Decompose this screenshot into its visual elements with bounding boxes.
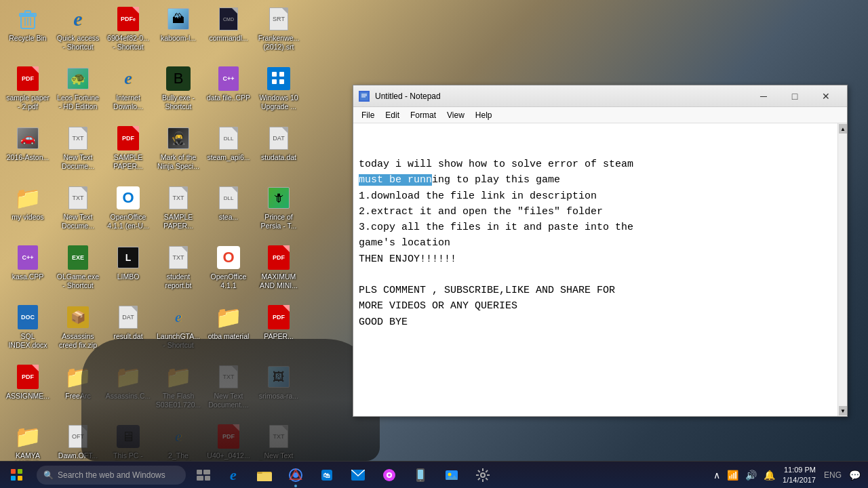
taskbar-search-box[interactable]: 🔍 Search the web and Windows <box>37 466 186 485</box>
taskbar-phone[interactable] <box>406 462 435 489</box>
scroll-up-button[interactable]: ▲ <box>839 124 847 134</box>
language-indicator[interactable]: ENG <box>821 470 844 480</box>
icon-result-dat[interactable]: DAT result.dat <box>103 301 153 361</box>
icon-windows10[interactable]: Windows 10Upgrade ... <box>254 62 304 122</box>
taskbar-apps-area: e 🛍 <box>218 462 706 489</box>
icon-paper-pdf[interactable]: PDF PAPER... <box>254 301 304 361</box>
scroll-track <box>838 134 847 405</box>
tray-volume[interactable]: 🔊 <box>743 468 759 482</box>
icon-2016-aston[interactable]: 🚗 2016-Aston... <box>3 122 53 182</box>
icon-sample-paper3[interactable]: TXT SAMPLEPAPER... <box>153 182 203 241</box>
svg-point-24 <box>388 474 391 476</box>
icon-steam-api6[interactable]: DLL steam_api6... <box>203 122 254 182</box>
icon-the-flash[interactable]: 📁 The FlashS03E01.720... <box>153 361 203 420</box>
svg-rect-13 <box>205 476 210 481</box>
notepad-text: today i will show how to solve error of … <box>359 157 832 330</box>
icon-openoffice411[interactable]: O OpenOffice4.1.1 (en-U... <box>103 182 153 241</box>
svg-rect-16 <box>257 472 262 474</box>
svg-rect-15 <box>257 473 272 481</box>
icon-otba-material[interactable]: 📁 otba material <box>203 301 254 361</box>
taskbar-chrome[interactable] <box>281 462 311 489</box>
menu-file[interactable]: File <box>356 109 380 121</box>
start-button[interactable] <box>0 462 34 489</box>
icon-freearc[interactable]: 📁 FreeArc <box>53 361 103 420</box>
icon-bully[interactable]: B Bully.exe -Shortcut <box>153 62 203 122</box>
icon-limbo[interactable]: L LIMBO <box>103 241 153 301</box>
svg-point-27 <box>420 480 421 481</box>
icon-new-text-doc[interactable]: TXT New TextDocume... <box>53 122 103 182</box>
menu-edit[interactable]: Edit <box>380 109 405 121</box>
icon-openoffice2[interactable]: O OpenOffice4.1.1 <box>203 241 254 301</box>
icon-recycle-bin[interactable]: Recycle Bin <box>3 3 53 62</box>
icon-data-file-cpp[interactable]: C++ data file..CPP <box>203 62 254 122</box>
icon-kaboom[interactable]: 🏔 kaboom-l... <box>153 3 203 62</box>
svg-point-29 <box>448 472 452 476</box>
time-display: 11:09 PM <box>783 465 816 474</box>
icon-my-videos[interactable]: 📁 my videos <box>3 182 53 241</box>
icon-prince-persia[interactable]: 🗡 Prince ofPersia - T... <box>254 182 304 241</box>
icon-maximum[interactable]: PDF MAXIMUMAND MINI... <box>254 241 304 301</box>
icon-commandl[interactable]: CMD commandl... <box>203 3 254 62</box>
svg-rect-2 <box>25 11 31 14</box>
icon-launchgta[interactable]: e LaunchGTA...- Shortcut <box>153 301 203 361</box>
search-placeholder: Search the web and Windows <box>58 470 165 480</box>
taskbar-settings[interactable] <box>468 462 498 489</box>
menu-help[interactable]: Help <box>470 109 498 121</box>
notepad-window: Untitled - Notepad ─ □ ✕ File Edit Forma… <box>353 85 848 417</box>
icon-internet-downlo[interactable]: e InternetDownlo... <box>103 62 153 122</box>
notepad-menubar: File Edit Format View Help <box>353 107 847 123</box>
icon-quick-access[interactable]: e Quick access- Shortcut <box>53 3 103 62</box>
icon-frankenwe[interactable]: SRT Frankenwe...(2012).srt <box>254 3 304 62</box>
svg-rect-11 <box>203 470 210 474</box>
icon-new-text2[interactable]: TXT New TextDocume... <box>53 182 103 241</box>
search-icon: 🔍 <box>43 470 54 480</box>
icon-kasa-cpp[interactable]: C++ kasa.CPP <box>3 241 53 301</box>
notepad-titlebar[interactable]: Untitled - Notepad ─ □ ✕ <box>353 85 847 107</box>
notepad-scrollbar[interactable]: ▲ ▼ <box>837 123 847 416</box>
highlighted-text: must be runn <box>359 174 432 186</box>
action-center[interactable]: 💬 <box>847 468 863 482</box>
taskbar-mail[interactable] <box>343 462 373 489</box>
icon-assassins-c[interactable]: 📁 Assassins.C... <box>103 361 153 420</box>
svg-rect-26 <box>418 470 423 479</box>
notepad-text-content[interactable]: today i will show how to solve error of … <box>353 123 837 416</box>
task-view-button[interactable] <box>189 462 218 489</box>
icon-6904ef82[interactable]: PDFe 6904ef82-0...- Shortcut <box>103 3 153 62</box>
icon-sql-index[interactable]: DOC SQLINDEX.docx <box>3 301 53 361</box>
icon-srimosa-ra[interactable]: 🖼 srimosa-ra... <box>254 361 304 420</box>
system-clock[interactable]: 11:09 PM 1/14/2017 <box>780 465 818 485</box>
taskbar-edge[interactable]: e <box>218 462 248 489</box>
tray-expand[interactable]: ∧ <box>711 468 722 482</box>
menu-view[interactable]: View <box>441 109 470 121</box>
minimize-button[interactable]: ─ <box>748 85 779 107</box>
icon-assassins-creed[interactable]: 📦 Assassinscreed fix.zip <box>53 301 103 361</box>
maximize-button[interactable]: □ <box>779 85 810 107</box>
scroll-down-button[interactable]: ▼ <box>839 406 847 415</box>
svg-rect-10 <box>197 470 202 474</box>
svg-rect-12 <box>197 476 203 481</box>
tray-notifications[interactable]: 🔔 <box>762 468 777 482</box>
close-button[interactable]: ✕ <box>810 85 842 107</box>
icon-studata-dat[interactable]: DAT studata.dat <box>254 122 304 182</box>
icon-sample-paper[interactable]: PDF sample paper- 2.pdf <box>3 62 53 122</box>
taskbar-photos[interactable] <box>437 462 467 489</box>
svg-text:🛍: 🛍 <box>323 472 330 479</box>
menu-format[interactable]: Format <box>405 109 441 121</box>
taskbar-file-explorer[interactable] <box>250 462 279 489</box>
icon-new-text3[interactable]: TXT New TextDocument.... <box>203 361 254 420</box>
icon-mark-ninja[interactable]: 🥷 Mark of theNinja Speci... <box>153 122 203 182</box>
tray-network[interactable]: 📶 <box>725 468 741 482</box>
svg-rect-6 <box>360 92 368 100</box>
taskbar-groove[interactable] <box>374 462 404 489</box>
date-display: 1/14/2017 <box>783 475 816 485</box>
icon-leos-fortune[interactable]: 🐢 Leos Fortune- HD Edition <box>53 62 103 122</box>
system-tray: ∧ 📶 🔊 🔔 11:09 PM 1/14/2017 ENG 💬 <box>706 465 868 485</box>
icon-olgame-exe[interactable]: EXE OLGame.exe- Shortcut <box>53 241 103 301</box>
icon-student-report[interactable]: TXT studentreport.bt <box>153 241 203 301</box>
icon-sample-paper2[interactable]: PDF SAMPLEPAPER... <box>103 122 153 182</box>
taskbar-store[interactable]: 🛍 <box>312 462 342 489</box>
icon-assignme[interactable]: PDF ASSIGNME... <box>3 361 53 420</box>
notepad-body: today i will show how to solve error of … <box>353 123 847 416</box>
icon-steam2[interactable]: DLL stea... <box>203 182 254 241</box>
notepad-title: Untitled - Notepad <box>375 92 748 101</box>
